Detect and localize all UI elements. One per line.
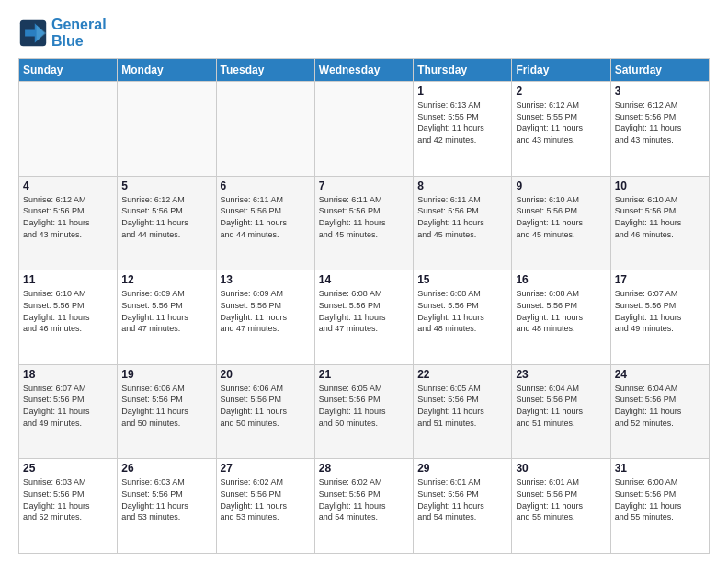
day-detail: Sunrise: 6:09 AMSunset: 5:56 PMDaylight:…	[121, 288, 211, 334]
day-number: 6	[221, 179, 311, 192]
calendar-cell-22: 22Sunrise: 6:05 AMSunset: 5:56 PMDayligh…	[414, 364, 512, 459]
weekday-header-saturday: Saturday	[610, 59, 709, 82]
day-detail: Sunrise: 6:11 AMSunset: 5:56 PMDaylight:…	[221, 194, 311, 240]
day-number: 10	[615, 179, 705, 192]
day-number: 7	[319, 179, 409, 192]
calendar-cell-empty	[314, 82, 413, 177]
calendar-cell-empty	[216, 82, 314, 177]
calendar-cell-11: 11Sunrise: 6:10 AMSunset: 5:56 PMDayligh…	[19, 270, 118, 365]
calendar-cell-18: 18Sunrise: 6:07 AMSunset: 5:56 PMDayligh…	[19, 364, 118, 459]
calendar-cell-10: 10Sunrise: 6:10 AMSunset: 5:56 PMDayligh…	[610, 176, 709, 270]
calendar-cell-empty	[19, 82, 118, 177]
day-number: 22	[417, 368, 507, 381]
day-detail: Sunrise: 6:04 AMSunset: 5:56 PMDaylight:…	[615, 383, 705, 429]
week-row-4: 18Sunrise: 6:07 AMSunset: 5:56 PMDayligh…	[19, 364, 710, 459]
logo: General Blue	[18, 17, 107, 49]
calendar-cell-29: 29Sunrise: 6:01 AMSunset: 5:56 PMDayligh…	[414, 459, 512, 554]
day-number: 16	[516, 273, 606, 286]
day-number: 14	[319, 273, 409, 286]
calendar-cell-9: 9Sunrise: 6:10 AMSunset: 5:56 PMDaylight…	[512, 176, 610, 270]
calendar-cell-4: 4Sunrise: 6:12 AMSunset: 5:56 PMDaylight…	[19, 176, 118, 270]
day-number: 2	[516, 85, 606, 98]
day-detail: Sunrise: 6:12 AMSunset: 5:55 PMDaylight:…	[516, 99, 606, 145]
day-number: 15	[417, 273, 507, 286]
day-detail: Sunrise: 6:05 AMSunset: 5:56 PMDaylight:…	[417, 383, 507, 429]
day-detail: Sunrise: 6:11 AMSunset: 5:56 PMDaylight:…	[319, 194, 409, 240]
day-detail: Sunrise: 6:07 AMSunset: 5:56 PMDaylight:…	[23, 383, 113, 429]
day-number: 1	[417, 85, 507, 98]
day-detail: Sunrise: 6:01 AMSunset: 5:56 PMDaylight:…	[516, 477, 606, 523]
day-detail: Sunrise: 6:10 AMSunset: 5:56 PMDaylight:…	[23, 288, 113, 334]
calendar-cell-25: 25Sunrise: 6:03 AMSunset: 5:56 PMDayligh…	[19, 459, 118, 554]
calendar-cell-1: 1Sunrise: 6:13 AMSunset: 5:55 PMDaylight…	[414, 82, 512, 177]
day-detail: Sunrise: 6:01 AMSunset: 5:56 PMDaylight:…	[417, 477, 507, 523]
day-number: 31	[615, 462, 705, 475]
day-detail: Sunrise: 6:06 AMSunset: 5:56 PMDaylight:…	[221, 383, 311, 429]
day-number: 4	[23, 179, 113, 192]
day-number: 21	[319, 368, 409, 381]
day-detail: Sunrise: 6:10 AMSunset: 5:56 PMDaylight:…	[516, 194, 606, 240]
calendar-cell-5: 5Sunrise: 6:12 AMSunset: 5:56 PMDaylight…	[118, 176, 216, 270]
day-number: 11	[23, 273, 113, 286]
page: General Blue SundayMondayTuesdayWednesda…	[0, 0, 728, 563]
day-detail: Sunrise: 6:05 AMSunset: 5:56 PMDaylight:…	[319, 383, 409, 429]
calendar-cell-13: 13Sunrise: 6:09 AMSunset: 5:56 PMDayligh…	[216, 270, 314, 365]
day-number: 24	[615, 368, 705, 381]
calendar-cell-24: 24Sunrise: 6:04 AMSunset: 5:56 PMDayligh…	[610, 364, 709, 459]
calendar-cell-28: 28Sunrise: 6:02 AMSunset: 5:56 PMDayligh…	[314, 459, 413, 554]
calendar-cell-2: 2Sunrise: 6:12 AMSunset: 5:55 PMDaylight…	[512, 82, 610, 177]
calendar: SundayMondayTuesdayWednesdayThursdayFrid…	[18, 58, 710, 554]
logo-icon	[18, 18, 48, 48]
day-number: 20	[221, 368, 311, 381]
calendar-cell-14: 14Sunrise: 6:08 AMSunset: 5:56 PMDayligh…	[314, 270, 413, 365]
day-number: 5	[121, 179, 211, 192]
calendar-cell-19: 19Sunrise: 6:06 AMSunset: 5:56 PMDayligh…	[118, 364, 216, 459]
logo-text: General Blue	[51, 17, 107, 49]
weekday-header-friday: Friday	[512, 59, 610, 82]
calendar-cell-21: 21Sunrise: 6:05 AMSunset: 5:56 PMDayligh…	[314, 364, 413, 459]
day-detail: Sunrise: 6:13 AMSunset: 5:55 PMDaylight:…	[417, 99, 507, 145]
weekday-header-sunday: Sunday	[19, 59, 118, 82]
day-detail: Sunrise: 6:08 AMSunset: 5:56 PMDaylight:…	[319, 288, 409, 334]
day-detail: Sunrise: 6:10 AMSunset: 5:56 PMDaylight:…	[615, 194, 705, 240]
calendar-cell-31: 31Sunrise: 6:00 AMSunset: 5:56 PMDayligh…	[610, 459, 709, 554]
day-number: 8	[417, 179, 507, 192]
day-detail: Sunrise: 6:04 AMSunset: 5:56 PMDaylight:…	[516, 383, 606, 429]
calendar-cell-3: 3Sunrise: 6:12 AMSunset: 5:56 PMDaylight…	[610, 82, 709, 177]
day-number: 3	[615, 85, 705, 98]
day-number: 18	[23, 368, 113, 381]
day-number: 26	[121, 462, 211, 475]
day-number: 17	[615, 273, 705, 286]
calendar-cell-30: 30Sunrise: 6:01 AMSunset: 5:56 PMDayligh…	[512, 459, 610, 554]
day-detail: Sunrise: 6:12 AMSunset: 5:56 PMDaylight:…	[121, 194, 211, 240]
day-detail: Sunrise: 6:12 AMSunset: 5:56 PMDaylight:…	[23, 194, 113, 240]
day-detail: Sunrise: 6:08 AMSunset: 5:56 PMDaylight:…	[516, 288, 606, 334]
calendar-cell-16: 16Sunrise: 6:08 AMSunset: 5:56 PMDayligh…	[512, 270, 610, 365]
day-detail: Sunrise: 6:02 AMSunset: 5:56 PMDaylight:…	[221, 477, 311, 523]
calendar-cell-12: 12Sunrise: 6:09 AMSunset: 5:56 PMDayligh…	[118, 270, 216, 365]
week-row-1: 1Sunrise: 6:13 AMSunset: 5:55 PMDaylight…	[19, 82, 710, 177]
day-detail: Sunrise: 6:03 AMSunset: 5:56 PMDaylight:…	[121, 477, 211, 523]
day-detail: Sunrise: 6:03 AMSunset: 5:56 PMDaylight:…	[23, 477, 113, 523]
weekday-header-monday: Monday	[118, 59, 216, 82]
calendar-cell-6: 6Sunrise: 6:11 AMSunset: 5:56 PMDaylight…	[216, 176, 314, 270]
week-row-5: 25Sunrise: 6:03 AMSunset: 5:56 PMDayligh…	[19, 459, 710, 554]
calendar-cell-27: 27Sunrise: 6:02 AMSunset: 5:56 PMDayligh…	[216, 459, 314, 554]
calendar-cell-17: 17Sunrise: 6:07 AMSunset: 5:56 PMDayligh…	[610, 270, 709, 365]
week-row-3: 11Sunrise: 6:10 AMSunset: 5:56 PMDayligh…	[19, 270, 710, 365]
calendar-cell-empty	[118, 82, 216, 177]
day-detail: Sunrise: 6:12 AMSunset: 5:56 PMDaylight:…	[615, 99, 705, 145]
calendar-cell-23: 23Sunrise: 6:04 AMSunset: 5:56 PMDayligh…	[512, 364, 610, 459]
weekday-header-row: SundayMondayTuesdayWednesdayThursdayFrid…	[19, 59, 710, 82]
day-number: 27	[221, 462, 311, 475]
day-detail: Sunrise: 6:07 AMSunset: 5:56 PMDaylight:…	[615, 288, 705, 334]
calendar-cell-15: 15Sunrise: 6:08 AMSunset: 5:56 PMDayligh…	[414, 270, 512, 365]
header: General Blue	[18, 17, 710, 49]
day-detail: Sunrise: 6:00 AMSunset: 5:56 PMDaylight:…	[615, 477, 705, 523]
day-number: 29	[417, 462, 507, 475]
day-number: 12	[121, 273, 211, 286]
calendar-cell-7: 7Sunrise: 6:11 AMSunset: 5:56 PMDaylight…	[314, 176, 413, 270]
weekday-header-tuesday: Tuesday	[216, 59, 314, 82]
day-detail: Sunrise: 6:08 AMSunset: 5:56 PMDaylight:…	[417, 288, 507, 334]
day-number: 28	[319, 462, 409, 475]
